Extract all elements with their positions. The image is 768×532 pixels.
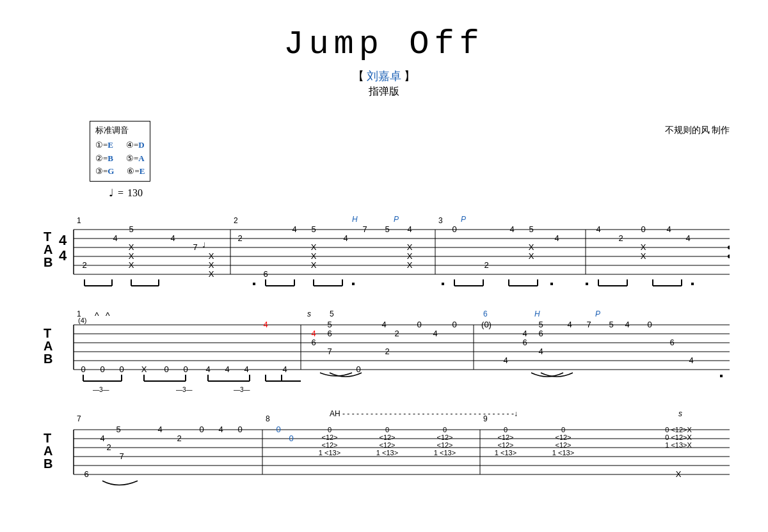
svg-text:T: T (44, 431, 51, 445)
svg-text:4: 4 (113, 233, 117, 243)
svg-rect-78 (352, 283, 355, 285)
svg-text:X: X (529, 251, 534, 261)
song-title: Jump Off (38, 26, 730, 63)
svg-text:0: 0 (561, 426, 565, 434)
svg-rect-86 (550, 283, 553, 285)
svg-text:—3—: —3— (176, 386, 193, 393)
svg-text:0: 0 (328, 426, 332, 434)
svg-text:0: 0 (452, 224, 456, 234)
svg-text:4: 4 (59, 247, 67, 263)
staff-svg-1: T A B 4 4 1 2 4 5 X (38, 210, 730, 293)
svg-text:4: 4 (666, 224, 671, 234)
svg-text:4: 4 (343, 233, 348, 243)
svg-text:(4): (4) (78, 317, 86, 324)
svg-text:A: A (44, 444, 52, 458)
svg-text:X: X (141, 364, 147, 374)
svg-text:4: 4 (407, 224, 412, 234)
svg-text:X: X (311, 260, 317, 270)
svg-text:X: X (641, 251, 646, 261)
svg-text:1 <13>: 1 <13> (552, 449, 574, 457)
svg-text:5: 5 (529, 224, 533, 234)
svg-text:6: 6 (669, 338, 674, 347)
svg-text:4: 4 (522, 329, 527, 338)
svg-text:T: T (44, 326, 51, 340)
svg-text:<12>: <12> (321, 434, 337, 441)
svg-text:6: 6 (84, 469, 88, 479)
svg-text:X: X (129, 251, 134, 261)
tempo-value: 130 (127, 187, 143, 199)
svg-text:B: B (44, 255, 52, 269)
svg-text:4: 4 (100, 434, 104, 443)
svg-text:B: B (44, 352, 52, 366)
svg-text:H: H (352, 215, 358, 224)
svg-text:AH - - - - - - - - - - - - - -: AH - - - - - - - - - - - - - - - - - - -… (330, 409, 518, 418)
svg-text:1 <13>: 1 <13> (434, 449, 456, 457)
svg-point-69 (728, 246, 730, 249)
svg-text:0: 0 (356, 364, 360, 374)
svg-text:<12>: <12> (436, 441, 452, 449)
svg-text:1 <13>X: 1 <13>X (665, 441, 692, 449)
svg-text:4: 4 (205, 364, 210, 374)
svg-text:X: X (407, 260, 413, 270)
svg-text:4: 4 (263, 320, 268, 329)
svg-text:4: 4 (59, 232, 67, 248)
svg-text:<12>: <12> (379, 441, 395, 449)
svg-text:5: 5 (538, 320, 543, 329)
tab-staff-3: T A B 7 6 4 5 2 7 4 2 0 4 (38, 407, 730, 506)
svg-text:2: 2 (82, 260, 86, 270)
svg-text:X: X (129, 242, 134, 252)
tuning-section: 标准调音 ①=E ④=D ②=B ⑤=A ③=G ⑥=E (90, 108, 730, 182)
svg-text:0: 0 (452, 320, 456, 329)
svg-text:X: X (209, 251, 214, 261)
svg-text:4: 4 (225, 364, 229, 374)
tuning-row-3: ③=G ⑥=E (95, 165, 145, 178)
note-icon: ♩ (109, 187, 114, 199)
svg-text:P: P (394, 215, 399, 224)
svg-text:0 <12>X: 0 <12>X (665, 434, 692, 441)
svg-text:1 <13>: 1 <13> (376, 449, 398, 457)
svg-text:1: 1 (77, 216, 81, 225)
svg-text:<12>: <12> (321, 441, 337, 449)
svg-text:<12>: <12> (436, 434, 452, 441)
svg-text:4: 4 (311, 329, 316, 338)
svg-text:8: 8 (266, 414, 270, 423)
svg-text:s: s (678, 409, 682, 418)
svg-text:0: 0 (647, 320, 652, 329)
staff-svg-3: T A B 7 6 4 5 2 7 4 2 0 4 (38, 407, 730, 503)
svg-text:A: A (44, 339, 52, 353)
tuning-row-2: ②=B ⑤=A (95, 152, 145, 166)
svg-text:A: A (44, 242, 52, 256)
svg-text:0: 0 (199, 425, 204, 434)
svg-text:<12>: <12> (555, 434, 571, 441)
tab-staff-1: T A B 4 4 1 2 4 5 X (38, 210, 730, 296)
svg-text:7: 7 (193, 242, 197, 252)
svg-text:6: 6 (483, 309, 488, 318)
svg-text:4: 4 (170, 233, 175, 243)
svg-text:(0): (0) (481, 320, 492, 329)
svg-text:0: 0 (289, 434, 293, 443)
svg-text:5: 5 (609, 320, 613, 329)
svg-text:—3—: —3— (93, 386, 109, 393)
svg-text:s: s (307, 309, 311, 318)
svg-text:5: 5 (129, 224, 133, 234)
tuning-title: 标准调音 (95, 124, 145, 137)
svg-text:4: 4 (685, 233, 690, 243)
svg-text:2: 2 (394, 329, 399, 338)
svg-text:0: 0 (100, 364, 104, 374)
svg-text:5: 5 (116, 425, 120, 434)
svg-text:2: 2 (618, 233, 623, 243)
svg-text:4: 4 (433, 329, 437, 338)
bracket-right: 】 (404, 70, 415, 82)
svg-text:2: 2 (106, 442, 111, 452)
svg-text:0: 0 (276, 425, 280, 434)
svg-text:0: 0 (385, 426, 389, 434)
svg-text:4: 4 (554, 233, 559, 243)
svg-text:T: T (44, 230, 51, 244)
svg-text:4: 4 (567, 320, 572, 329)
equals-sign: = (118, 187, 124, 199)
svg-text:<12>: <12> (555, 441, 571, 449)
svg-text:♩: ♩ (202, 241, 205, 249)
style-label: 指弹版 (38, 85, 730, 98)
svg-text:0 <12>X: 0 <12>X (665, 426, 692, 434)
svg-text:B: B (44, 457, 52, 471)
